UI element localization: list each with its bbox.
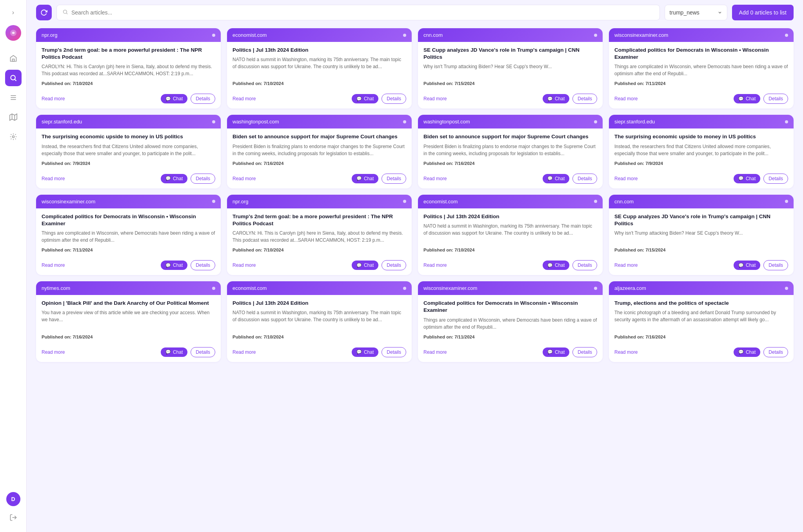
details-button[interactable]: Details	[191, 347, 215, 357]
card-dot	[594, 200, 597, 203]
search-input[interactable]	[71, 9, 654, 16]
list-select[interactable]: trump_news	[665, 5, 727, 20]
add-articles-button[interactable]: Add 0 articles to list	[732, 5, 794, 20]
card-source: siepr.stanford.edu	[614, 119, 655, 125]
details-button[interactable]: Details	[382, 347, 406, 357]
card-excerpt: Things are complicated in Wisconsin, whe…	[614, 63, 788, 77]
card-dot	[212, 120, 215, 123]
card-body: Complicated politics for Democrats in Wi…	[36, 208, 221, 257]
chat-icon: 💬	[356, 96, 362, 101]
read-more-link[interactable]: Read more	[233, 262, 349, 268]
details-button[interactable]: Details	[763, 260, 788, 270]
details-button[interactable]: Details	[382, 94, 406, 104]
read-more-link[interactable]: Read more	[233, 349, 349, 355]
read-more-link[interactable]: Read more	[423, 176, 540, 181]
details-button[interactable]: Details	[382, 260, 406, 270]
card-dot	[212, 287, 215, 290]
svg-point-11	[64, 10, 67, 14]
card-excerpt: Instead, the researchers find that Citiz…	[42, 143, 215, 157]
card-header: economist.com	[227, 28, 412, 42]
details-button[interactable]: Details	[191, 174, 215, 184]
card-body: Biden set to announce support for major …	[227, 128, 412, 170]
card-excerpt: Why isn't Trump attacking Biden? Hear SE…	[614, 230, 788, 244]
chat-button[interactable]: 💬 Chat	[352, 174, 378, 183]
read-more-link[interactable]: Read more	[423, 349, 540, 355]
details-button[interactable]: Details	[572, 260, 597, 270]
card-actions: Read more 💬 Chat Details	[418, 90, 603, 109]
details-button[interactable]: Details	[191, 94, 215, 104]
read-more-link[interactable]: Read more	[233, 96, 349, 101]
details-button[interactable]: Details	[763, 174, 788, 184]
article-card: npr.org Trump's 2nd term goal: be a more…	[227, 195, 412, 275]
logout-button[interactable]	[5, 509, 22, 526]
read-more-link[interactable]: Read more	[233, 176, 349, 181]
details-button[interactable]: Details	[572, 94, 597, 104]
sidebar-collapse-button[interactable]: ›	[7, 6, 20, 19]
card-body: Biden set to announce support for major …	[418, 128, 603, 170]
refresh-button[interactable]	[36, 5, 52, 20]
chat-button[interactable]: 💬 Chat	[352, 94, 378, 103]
card-excerpt: CAROLYN: Hi. This is Carolyn (ph) here i…	[42, 63, 215, 77]
read-more-link[interactable]: Read more	[423, 96, 540, 101]
card-title: The surprising economic upside to money …	[614, 133, 788, 140]
chat-button[interactable]: 💬 Chat	[161, 94, 187, 103]
read-more-link[interactable]: Read more	[42, 262, 158, 268]
read-more-link[interactable]: Read more	[614, 262, 730, 268]
details-button[interactable]: Details	[763, 347, 788, 357]
chat-button[interactable]: 💬 Chat	[161, 347, 187, 357]
read-more-link[interactable]: Read more	[42, 176, 158, 181]
card-source: washingtonpost.com	[423, 119, 470, 125]
chat-icon: 💬	[165, 263, 171, 268]
chat-button[interactable]: 💬 Chat	[543, 347, 569, 357]
card-dot	[212, 34, 215, 37]
details-button[interactable]: Details	[191, 260, 215, 270]
card-date: Published on: 7/9/2024	[614, 161, 788, 166]
card-title: Complicated politics for Democrats in Wi…	[423, 300, 597, 314]
chat-button[interactable]: 💬 Chat	[734, 174, 760, 183]
sidebar-item-list[interactable]	[5, 89, 22, 106]
card-header: cnn.com	[609, 195, 794, 208]
article-card: cnn.com SE Cupp analyzes JD Vance's role…	[418, 28, 603, 109]
card-source: cnn.com	[423, 32, 443, 38]
details-button[interactable]: Details	[572, 347, 597, 357]
chat-icon: 💬	[738, 176, 744, 181]
read-more-link[interactable]: Read more	[614, 176, 730, 181]
read-more-link[interactable]: Read more	[423, 262, 540, 268]
chat-button[interactable]: 💬 Chat	[543, 94, 569, 103]
card-excerpt: CAROLYN: Hi. This is Carolyn (ph) here i…	[233, 230, 406, 244]
chat-icon: 💬	[356, 349, 362, 355]
chat-button[interactable]: 💬 Chat	[352, 261, 378, 270]
chat-button[interactable]: 💬 Chat	[161, 174, 187, 183]
card-header: economist.com	[227, 281, 412, 295]
sidebar-item-map[interactable]	[5, 109, 22, 125]
card-title: Trump's 2nd term goal: be a more powerfu…	[233, 213, 406, 227]
card-actions: Read more 💬 Chat Details	[418, 257, 603, 275]
card-title: Complicated politics for Democrats in Wi…	[42, 213, 215, 227]
details-button[interactable]: Details	[572, 174, 597, 184]
chat-button[interactable]: 💬 Chat	[543, 261, 569, 270]
details-button[interactable]: Details	[382, 174, 406, 184]
sidebar-item-settings[interactable]	[5, 128, 22, 145]
chat-button[interactable]: 💬 Chat	[543, 174, 569, 183]
svg-point-2	[11, 75, 15, 80]
user-avatar[interactable]: D	[6, 492, 20, 506]
card-body: Politics | Jul 13th 2024 Edition NATO he…	[227, 295, 412, 344]
read-more-link[interactable]: Read more	[42, 96, 158, 101]
read-more-link[interactable]: Read more	[614, 349, 730, 355]
sidebar-item-search[interactable]	[5, 70, 22, 86]
read-more-link[interactable]: Read more	[42, 349, 158, 355]
chat-button[interactable]: 💬 Chat	[734, 347, 760, 357]
card-excerpt: The iconic photograph of a bleeding and …	[614, 309, 788, 330]
main-content: trump_news Add 0 articles to list npr.or…	[27, 0, 803, 532]
sidebar-item-home[interactable]	[5, 50, 22, 67]
article-card: nytimes.com Opinion | 'Black Pill' and t…	[36, 281, 221, 362]
card-header: washingtonpost.com	[227, 115, 412, 128]
details-button[interactable]: Details	[763, 94, 788, 104]
chat-button[interactable]: 💬 Chat	[352, 347, 378, 357]
read-more-link[interactable]: Read more	[614, 96, 730, 101]
card-source: nytimes.com	[42, 285, 70, 291]
chat-button[interactable]: 💬 Chat	[161, 261, 187, 270]
chat-button[interactable]: 💬 Chat	[734, 261, 760, 270]
chat-button[interactable]: 💬 Chat	[734, 94, 760, 103]
card-excerpt: Instead, the researchers find that Citiz…	[614, 143, 788, 157]
